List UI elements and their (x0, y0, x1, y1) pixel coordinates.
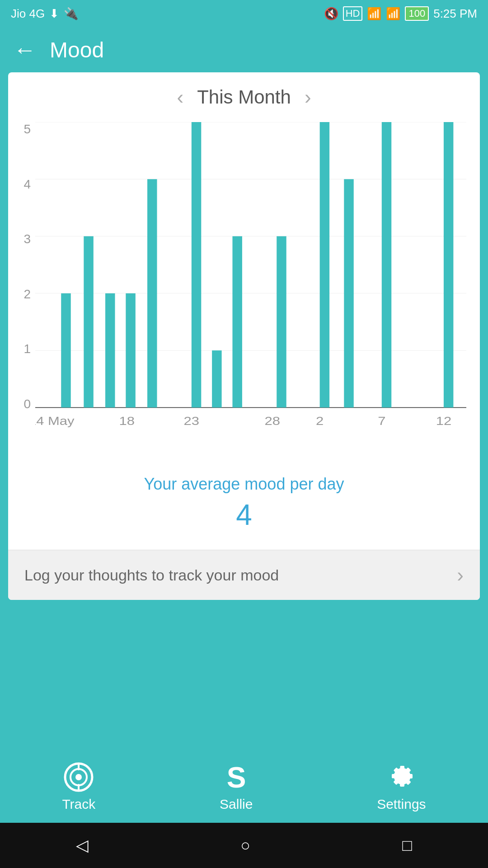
settings-label: Settings (377, 797, 426, 812)
track-icon (63, 761, 94, 793)
track-label: Track (62, 797, 95, 812)
status-right: 🔇 HD 📶 📶 100 5:25 PM (324, 6, 477, 21)
svg-text:7: 7 (378, 415, 385, 428)
log-thoughts-arrow-icon: › (457, 564, 464, 586)
usb-icon: 🔌 (64, 7, 78, 21)
y-label-5: 5 (13, 122, 31, 137)
svg-rect-10 (147, 179, 157, 407)
sallie-label: Sallie (220, 797, 253, 812)
settings-icon (385, 761, 417, 793)
svg-rect-9 (126, 293, 135, 408)
status-left: Jio 4G ⬇ 🔌 (11, 7, 78, 21)
svg-rect-16 (344, 179, 353, 407)
android-home-button[interactable]: ○ (240, 836, 250, 855)
average-section: Your average mood per day 4 (8, 461, 480, 550)
y-label-3: 3 (13, 232, 31, 246)
time-label: 5:25 PM (433, 7, 477, 21)
svg-text:23: 23 (184, 415, 199, 428)
svg-text:12: 12 (436, 415, 451, 428)
svg-text:18: 18 (119, 415, 134, 428)
log-thoughts-bar[interactable]: Log your thoughts to track your mood › (8, 550, 480, 600)
next-month-button[interactable]: › (305, 86, 311, 108)
carrier-label: Jio 4G (11, 7, 45, 21)
svg-rect-17 (382, 122, 391, 407)
svg-text:14 May: 14 May (35, 415, 75, 428)
average-value: 4 (8, 498, 480, 532)
sallie-icon: S (221, 761, 252, 793)
nav-item-track[interactable]: Track (62, 761, 95, 812)
average-label: Your average mood per day (8, 475, 480, 494)
svg-rect-12 (212, 350, 221, 407)
nav-item-settings[interactable]: Settings (377, 761, 426, 812)
svg-text:2: 2 (316, 415, 324, 428)
svg-text:28: 28 (264, 415, 280, 428)
back-button[interactable]: ← (14, 37, 36, 63)
svg-rect-8 (105, 293, 115, 408)
svg-rect-13 (232, 236, 242, 408)
log-thoughts-text: Log your thoughts to track your mood (24, 566, 279, 584)
y-axis: 5 4 3 2 1 0 (13, 122, 31, 429)
android-recent-button[interactable]: □ (402, 836, 412, 855)
svg-rect-7 (84, 236, 93, 408)
bar-chart: 14 May 18 23 28 2 7 12 (35, 122, 466, 429)
mute-icon: 🔇 (324, 7, 338, 21)
main-card: ‹ This Month › 5 4 3 2 1 0 (8, 72, 480, 600)
svg-rect-11 (192, 122, 201, 407)
header: ← Mood (0, 27, 488, 72)
hd-icon: HD (343, 6, 363, 21)
svg-rect-18 (444, 122, 453, 407)
status-bar: Jio 4G ⬇ 🔌 🔇 HD 📶 📶 100 5:25 PM (0, 0, 488, 27)
y-label-2: 2 (13, 287, 31, 302)
svg-text:S: S (226, 761, 246, 793)
wifi-icon: 📶 (367, 7, 381, 21)
month-nav: ‹ This Month › (8, 72, 480, 118)
svg-point-28 (75, 774, 82, 780)
android-back-button[interactable]: ◁ (76, 836, 89, 855)
battery-icon: 100 (405, 6, 429, 21)
page-title: Mood (50, 38, 104, 62)
prev-month-button[interactable]: ‹ (177, 86, 183, 108)
svg-rect-6 (61, 293, 70, 408)
download-icon: ⬇ (49, 7, 59, 21)
svg-rect-15 (320, 122, 329, 407)
y-label-4: 4 (13, 177, 31, 192)
nav-item-sallie[interactable]: S Sallie (220, 761, 253, 812)
chart-container: 5 4 3 2 1 0 (8, 118, 480, 461)
y-label-1: 1 (13, 342, 31, 356)
month-label: This Month (197, 86, 291, 108)
bottom-nav: Track S Sallie Settings (0, 750, 488, 823)
signal-icon: 📶 (386, 7, 400, 21)
y-label-0: 0 (13, 397, 31, 411)
android-nav-bar: ◁ ○ □ (0, 823, 488, 868)
svg-rect-14 (277, 236, 286, 408)
